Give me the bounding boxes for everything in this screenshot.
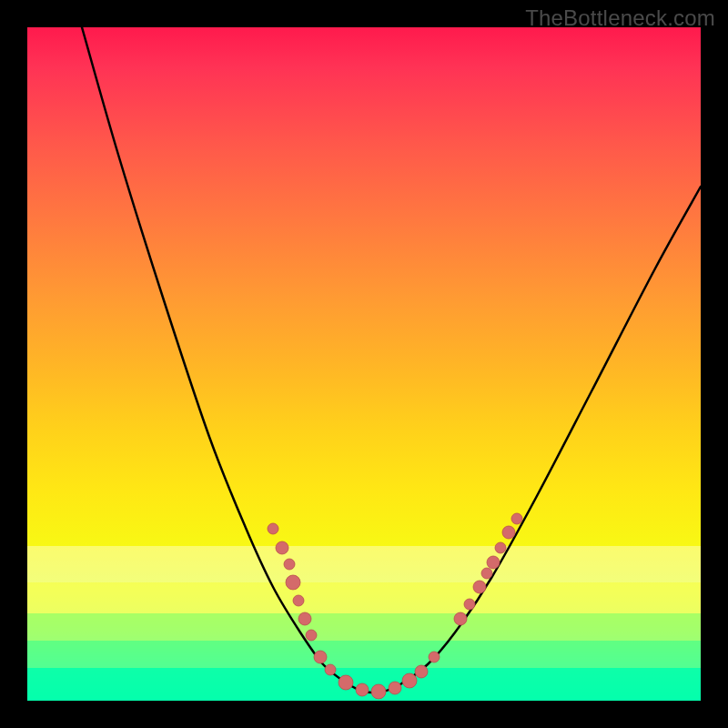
band-green-1 [27,613,701,641]
attribution-text: TheBottleneck.com [525,5,715,31]
band-yellow [27,582,701,613]
band-green-3 [27,668,701,701]
band-green-2 [27,641,701,668]
quality-bands [27,546,701,701]
plot-area [27,27,701,701]
band-pale [27,546,701,582]
